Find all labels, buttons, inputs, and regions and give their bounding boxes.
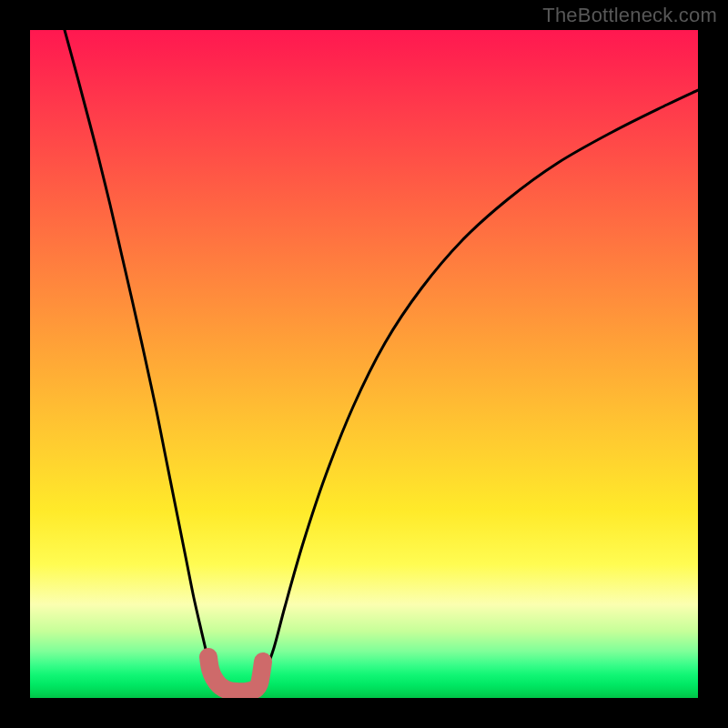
highlight-segment-path: [208, 657, 263, 692]
bottleneck-curve-svg: [30, 30, 698, 698]
bottleneck-curve-path: [65, 30, 698, 693]
chart-frame: TheBottleneck.com: [0, 0, 728, 728]
watermark-text: TheBottleneck.com: [542, 4, 717, 27]
plot-area: [30, 30, 698, 698]
